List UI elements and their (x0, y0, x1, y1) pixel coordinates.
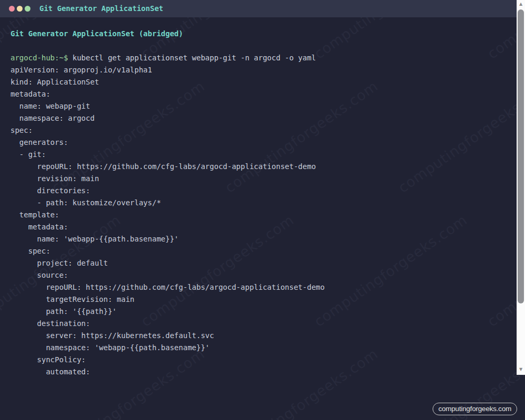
yaml-output: apiVersion: argoproj.io/v1alpha1 kind: A… (10, 64, 514, 375)
close-button[interactable] (9, 6, 15, 12)
terminal-content: Git Generator ApplicationSet (abridged) … (0, 17, 525, 375)
site-badge: computingforgeeks.com (433, 403, 517, 415)
section-heading: Git Generator ApplicationSet (abridged) (10, 28, 514, 40)
scroll-up-icon[interactable]: ▲ (517, 2, 525, 7)
page: computingforgeeks.comcomputingforgeeks.c… (0, 0, 525, 420)
terminal-window: Git Generator ApplicationSet Git Generat… (0, 0, 525, 375)
shell-prompt: argocd-hub:~$ (10, 54, 68, 62)
window-title: Git Generator ApplicationSet (39, 0, 163, 17)
scrollbar-thumb[interactable] (518, 9, 524, 303)
scroll-down-icon[interactable]: ▼ (517, 367, 525, 372)
minimize-button[interactable] (17, 6, 23, 12)
maximize-button[interactable] (25, 6, 30, 12)
window-titlebar: Git Generator ApplicationSet (0, 0, 525, 17)
scrollbar[interactable]: ▲ ▼ (517, 0, 525, 375)
shell-command: kubectl get applicationset webapp-git -n… (68, 54, 316, 62)
command-line: argocd-hub:~$ kubectl get applicationset… (10, 52, 514, 64)
